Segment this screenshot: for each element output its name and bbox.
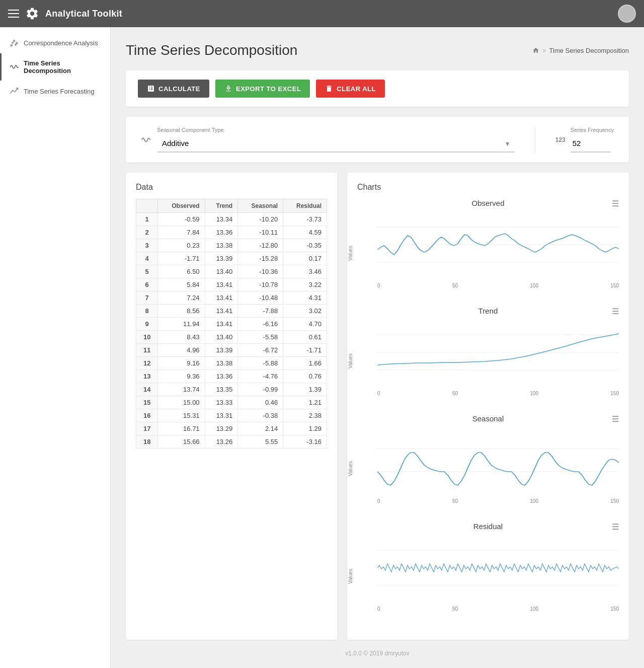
seasonal-chart-title: Seasonal	[357, 414, 619, 423]
breadcrumb: > Time Series Decomposition	[532, 47, 629, 54]
sidebar-label-forecasting: Time Series Forecasting	[24, 88, 94, 95]
seasonal-ylabel: Values	[348, 461, 353, 476]
settings-card: Seasonal Component Type Additive Multipl…	[126, 117, 629, 163]
trend-chart-menu[interactable]: ☰	[612, 307, 619, 316]
table-row: 139.3613.36-4.760.76	[136, 370, 327, 383]
app-title: Analytical Toolkit	[45, 9, 122, 19]
footer: v1.0.0 © 2019 dmryutov	[126, 640, 629, 662]
trend-chart-section: Trend ☰ 15141312 Values	[357, 307, 619, 404]
svg-point-1	[14, 40, 15, 42]
svg-point-0	[11, 45, 12, 46]
residual-chart-wrapper: 100-10 Values	[357, 533, 619, 620]
observed-chart-wrapper: 40200-20 Values	[357, 209, 619, 296]
avatar[interactable]	[618, 5, 636, 23]
residual-ylabel: Values	[348, 569, 353, 584]
sidebar: Correspondence Analysis Time Series Deco…	[0, 27, 111, 668]
sidebar-label-correspondence: Correspondence Analysis	[24, 39, 98, 47]
calculator-icon	[147, 85, 155, 93]
main-content: Time Series Decomposition > Time Series …	[111, 27, 644, 668]
hamburger-menu[interactable]	[8, 10, 19, 18]
seasonal-xaxis-labels: 050100150	[377, 497, 619, 504]
freq-label: Series Frequency	[571, 127, 614, 133]
col-index	[136, 199, 158, 213]
observed-chart-svg	[377, 209, 619, 280]
table-row: 1716.7113.292.141.29	[136, 422, 327, 435]
breadcrumb-row: Time Series Decomposition > Time Series …	[126, 42, 629, 58]
seasonal-icon	[141, 134, 152, 145]
table-row: 1413.7413.35-0.991.39	[136, 383, 327, 396]
trend-ylabel: Values	[348, 353, 353, 368]
svg-rect-13	[377, 425, 619, 495]
table-row: 56.5013.40-10.363.46	[136, 265, 327, 278]
observed-chart-title: Observed	[357, 199, 619, 207]
layout: Correspondence Analysis Time Series Deco…	[0, 27, 644, 668]
seasonal-chart-menu[interactable]: ☰	[612, 414, 619, 424]
freq-icon: 123	[555, 136, 566, 143]
col-seasonal: Seasonal	[238, 199, 283, 213]
observed-chart-section: Observed ☰ 40200-20 Values	[357, 199, 619, 296]
table-row: 27.8413.36-10.114.59	[136, 226, 327, 239]
sidebar-item-time-series-forecasting[interactable]: Time Series Forecasting	[0, 81, 110, 102]
col-observed: Observed	[158, 199, 205, 213]
topbar-left: Analytical Toolkit	[8, 7, 122, 21]
data-card-title: Data	[136, 183, 327, 192]
version-text: v1.0.0 © 2019 dmryutov	[345, 650, 410, 657]
seasonal-chart-wrapper: 200-20 Values 0	[357, 425, 619, 512]
topbar: Analytical Toolkit	[0, 0, 644, 27]
freq-input[interactable]	[571, 135, 611, 153]
calculate-button[interactable]: CALCULATE	[138, 80, 209, 98]
data-card: Data Observed Trend Seasonal Residual 1-…	[126, 173, 337, 640]
data-table: Observed Trend Seasonal Residual 1-0.591…	[136, 199, 327, 449]
trend-chart-title: Trend	[357, 307, 619, 315]
table-row: 1815.6613.265.55-3.16	[136, 435, 327, 449]
residual-xaxis-labels: 050100150	[377, 605, 619, 612]
content-row: Data Observed Trend Seasonal Residual 1-…	[126, 173, 629, 640]
breadcrumb-current: Time Series Decomposition	[549, 47, 629, 54]
trend-chart-wrapper: 15141312 Values	[357, 317, 619, 404]
seasonal-type-select[interactable]: Additive Multiplicative	[157, 135, 515, 153]
page-title: Time Series Decomposition	[126, 42, 297, 58]
home-icon	[532, 47, 539, 54]
table-row: 114.9613.39-6.72-1.71	[136, 344, 327, 357]
breadcrumb-separator: >	[542, 47, 546, 54]
svg-point-4	[15, 44, 16, 45]
svg-point-3	[12, 42, 13, 43]
residual-chart-title: Residual	[357, 522, 619, 531]
svg-point-2	[16, 42, 18, 44]
clear-button[interactable]: CLEAR ALL	[316, 80, 385, 98]
clear-icon	[325, 85, 333, 93]
clear-label: CLEAR ALL	[337, 85, 376, 93]
scatter-icon	[10, 38, 19, 47]
table-row: 30.2313.38-12.80-0.35	[136, 239, 327, 252]
table-row: 1615.3113.31-0.382.38	[136, 409, 327, 422]
export-icon	[224, 85, 232, 93]
table-row: 88.5613.41-7.883.02	[136, 305, 327, 318]
table-row: 4-1.7113.39-15.280.17	[136, 252, 327, 265]
observed-chart-menu[interactable]: ☰	[612, 199, 619, 208]
settings-row: Seasonal Component Type Additive Multipl…	[141, 127, 614, 153]
sidebar-item-time-series-decomposition[interactable]: Time Series Decomposition	[0, 53, 110, 81]
trend-chart-svg	[377, 317, 619, 388]
settings-divider	[535, 127, 535, 153]
export-button[interactable]: EXPORT TO EXCEL	[215, 80, 310, 98]
table-row: 1-0.5913.34-10.20-3.73	[136, 213, 327, 226]
observed-ylabel: Values	[348, 246, 353, 261]
sidebar-label-decomposition: Time Series Decomposition	[24, 59, 102, 75]
trend-icon	[10, 87, 19, 96]
freq-inner: Series Frequency	[571, 127, 614, 153]
col-trend: Trend	[205, 199, 238, 213]
calculate-label: CALCULATE	[158, 85, 200, 93]
freq-field: 123 Series Frequency	[555, 127, 614, 153]
residual-chart-svg	[377, 533, 619, 603]
table-row: 129.1613.38-5.881.66	[136, 357, 327, 370]
residual-chart-menu[interactable]: ☰	[612, 522, 619, 532]
seasonal-type-inner: Seasonal Component Type Additive Multipl…	[157, 127, 515, 153]
toolbar-card: CALCULATE EXPORT TO EXCEL CLEAR ALL	[126, 70, 629, 107]
table-row: 65.8413.41-10.783.22	[136, 278, 327, 291]
residual-chart-section: Residual ☰ 100-10 Values	[357, 522, 619, 620]
charts-card: Charts Observed ☰ 40200-20 Values	[347, 173, 629, 640]
sidebar-item-correspondence-analysis[interactable]: Correspondence Analysis	[0, 32, 110, 53]
table-row: 77.2413.41-10.484.31	[136, 291, 327, 305]
table-row: 108.4313.40-5.580.61	[136, 331, 327, 344]
table-row: 1515.0013.330.461.21	[136, 396, 327, 409]
